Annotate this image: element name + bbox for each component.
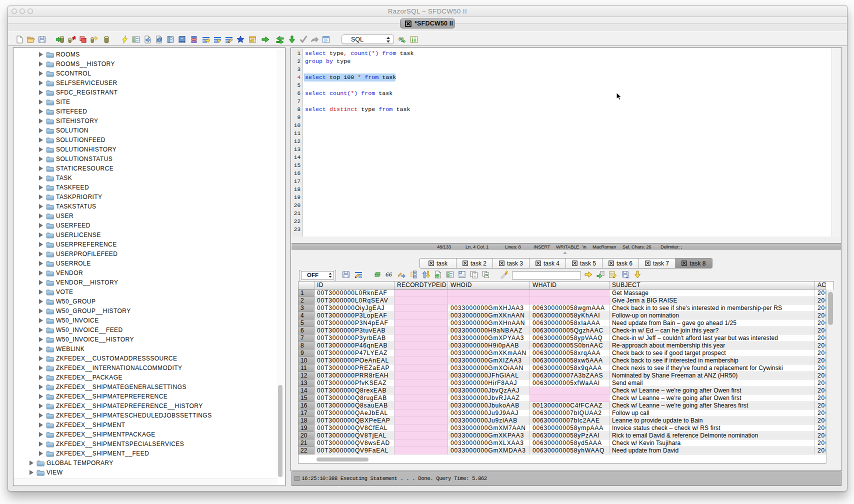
svg-text:66: 66 — [398, 36, 404, 42]
svg-text:66: 66 — [386, 270, 392, 278]
